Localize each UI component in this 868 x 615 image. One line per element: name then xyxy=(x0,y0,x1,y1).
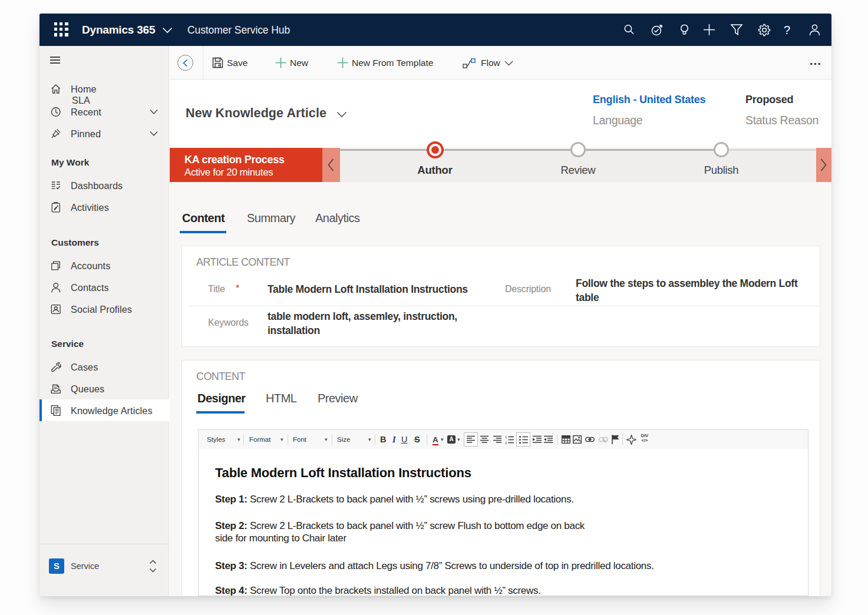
svg-text:2: 2 xyxy=(505,441,507,445)
svg-text:1: 1 xyxy=(505,435,507,439)
